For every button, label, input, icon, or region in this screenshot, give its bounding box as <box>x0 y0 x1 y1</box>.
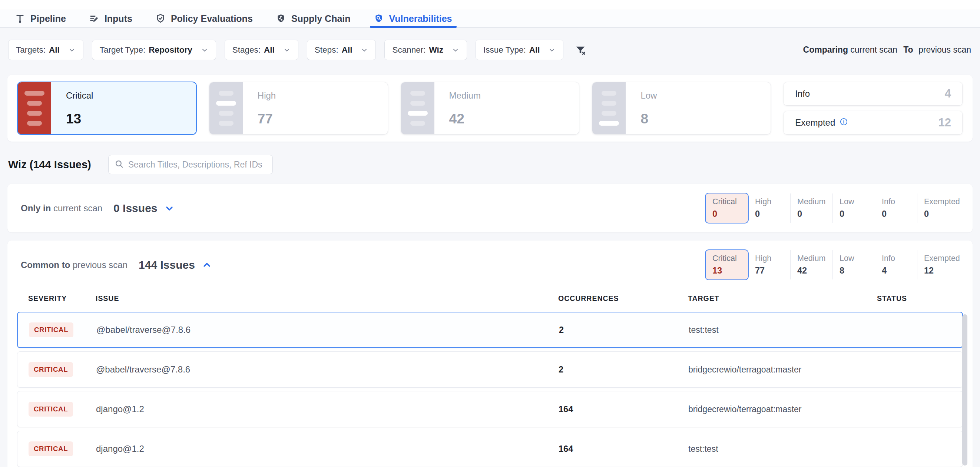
section-issue-count: 144 Issues <box>138 259 195 271</box>
issue-cell: django@1.2 <box>96 404 558 415</box>
vertical-scrollbar[interactable] <box>962 314 967 465</box>
issue-cell: django@1.2 <box>96 444 558 454</box>
severity-badge: CRITICAL <box>29 362 73 377</box>
target-cell: test:test <box>689 325 878 335</box>
chevron-down-icon <box>283 46 291 54</box>
severity-card-count: 42 <box>449 111 481 127</box>
severity-side-column: Info 4 Exempted 12 <box>784 82 962 134</box>
chevron-down-icon <box>361 46 368 54</box>
chevron-up-icon[interactable] <box>202 260 212 270</box>
table-row[interactable]: CRITICAL @babel/traverse@7.8.6 2 test:te… <box>17 312 963 348</box>
target-cell: test:test <box>688 444 877 454</box>
issues-table-body: CRITICAL @babel/traverse@7.8.6 2 test:te… <box>7 312 973 467</box>
severity-summary-panel: Critical 13 High 77 Medium 42 Low 8 I <box>7 75 973 141</box>
severity-pill-medium[interactable]: Medium 0 <box>790 194 832 223</box>
section-label: Common to previous scan <box>21 260 127 270</box>
target-cell: bridgecrewio/terragoat:master <box>688 404 877 415</box>
occurrences-cell: 164 <box>558 444 688 454</box>
severity-pill-exempted[interactable]: Exempted 12 <box>917 250 959 280</box>
chevron-down-icon <box>548 46 555 54</box>
severity-pill-low[interactable]: Low 8 <box>832 250 875 280</box>
issue-cell: @babel/traverse@7.8.6 <box>96 325 559 335</box>
side-card-count: 12 <box>939 116 951 129</box>
table-row[interactable]: CRITICAL django@1.2 164 test:test <box>17 430 963 467</box>
filter-stages[interactable]: Stages:All <box>224 40 298 60</box>
supply-chain-icon <box>276 13 286 24</box>
tab-label: Supply Chain <box>291 13 351 24</box>
severity-card-critical[interactable]: Critical 13 <box>18 82 196 134</box>
filter-issue-type[interactable]: Issue Type:All <box>476 40 563 60</box>
inputs-icon <box>89 13 99 24</box>
side-card-count: 4 <box>945 87 951 100</box>
filter-steps[interactable]: Steps:All <box>307 40 376 60</box>
tab-vulnerabilities[interactable]: Vulnerabilities <box>374 10 452 27</box>
severity-card-label: Low <box>641 91 657 101</box>
search-box[interactable] <box>108 155 273 174</box>
severity-badge: CRITICAL <box>29 402 73 416</box>
issues-table-header: SEVERITY ISSUE OCCURRENCES TARGET STATUS <box>7 289 973 312</box>
issue-cell: @babel/traverse@7.8.6 <box>96 364 558 375</box>
severity-pill-group: Critical 0 High 0 Medium 0 Low 0 Info 0 … <box>706 194 959 223</box>
severity-card-count: 77 <box>258 111 276 127</box>
search-icon <box>115 159 124 170</box>
severity-badge: CRITICAL <box>29 322 73 337</box>
table-row[interactable]: CRITICAL django@1.2 164 bridgecrewio/ter… <box>17 391 963 427</box>
policy-evaluations-icon <box>155 13 166 24</box>
window-top-strip <box>0 0 980 10</box>
tab-pipeline[interactable]: Pipeline <box>15 10 66 27</box>
severity-pill-info[interactable]: Info 4 <box>875 250 917 280</box>
execution-tab-bar: Pipeline Inputs Policy Evaluations Suppl… <box>0 10 980 28</box>
section-only-in-current-scan: Only in current scan 0 Issues Critical 0… <box>7 184 973 232</box>
severity-card-count: 8 <box>641 111 657 127</box>
results-header: Wiz (144 Issues) <box>8 155 972 174</box>
table-row[interactable]: CRITICAL @babel/traverse@7.8.6 2 bridgec… <box>17 351 963 388</box>
severity-pill-medium[interactable]: Medium 42 <box>790 250 832 280</box>
chevron-down-icon <box>68 46 76 54</box>
occurrences-cell: 164 <box>558 404 688 415</box>
occurrences-cell: 2 <box>559 325 689 335</box>
severity-pill-critical[interactable]: Critical 13 <box>706 250 748 280</box>
tab-label: Policy Evaluations <box>171 13 253 24</box>
filter-target-type[interactable]: Target Type:Repository <box>92 40 216 60</box>
severity-pill-high[interactable]: High 77 <box>748 250 790 280</box>
severity-card-label: Medium <box>449 91 481 101</box>
tab-policy-evaluations[interactable]: Policy Evaluations <box>155 10 253 27</box>
severity-card-medium[interactable]: Medium 42 <box>401 82 579 134</box>
chevron-down-icon[interactable] <box>164 203 175 213</box>
chevron-down-icon <box>452 46 459 54</box>
section-issue-count: 0 Issues <box>113 202 157 214</box>
severity-card-exempted[interactable]: Exempted 12 <box>784 111 962 134</box>
scanner-results-title: Wiz (144 Issues) <box>8 159 91 171</box>
comparing-label: Comparing current scan To previous scan <box>803 45 971 55</box>
filter-scanner[interactable]: Scanner:Wiz <box>384 40 467 60</box>
chevron-down-icon <box>201 46 208 54</box>
section-common-to-previous-scan: Common to previous scan 144 Issues Criti… <box>7 241 973 467</box>
severity-card-info[interactable]: Info 4 <box>784 82 962 105</box>
severity-meter-icon <box>401 82 434 134</box>
info-icon[interactable] <box>840 118 848 128</box>
severity-card-label: Critical <box>66 91 93 101</box>
severity-pill-low[interactable]: Low 0 <box>832 194 875 223</box>
tab-inputs[interactable]: Inputs <box>89 10 132 27</box>
severity-card-count: 13 <box>66 111 93 127</box>
clear-filters-icon[interactable] <box>575 44 586 56</box>
severity-pill-high[interactable]: High 0 <box>748 194 790 223</box>
tab-supply-chain[interactable]: Supply Chain <box>276 10 351 27</box>
vulnerabilities-icon <box>374 13 384 24</box>
severity-pill-info[interactable]: Info 0 <box>875 194 917 223</box>
severity-meter-icon <box>209 82 243 134</box>
side-card-label: Exempted <box>795 118 835 128</box>
search-input[interactable] <box>128 160 267 170</box>
target-cell: bridgecrewio/terragoat:master <box>688 365 877 375</box>
severity-card-label: High <box>258 91 276 101</box>
tab-label: Vulnerabilities <box>389 13 452 24</box>
severity-pill-critical[interactable]: Critical 0 <box>706 194 748 223</box>
severity-card-low[interactable]: Low 8 <box>592 82 771 134</box>
tab-label: Pipeline <box>30 13 66 24</box>
filter-targets[interactable]: Targets:All <box>8 40 83 60</box>
severity-card-high[interactable]: High 77 <box>209 82 388 134</box>
severity-pill-exempted[interactable]: Exempted 0 <box>917 194 959 223</box>
pipeline-icon <box>15 13 25 24</box>
tab-label: Inputs <box>105 13 132 24</box>
side-card-label: Info <box>795 89 810 99</box>
